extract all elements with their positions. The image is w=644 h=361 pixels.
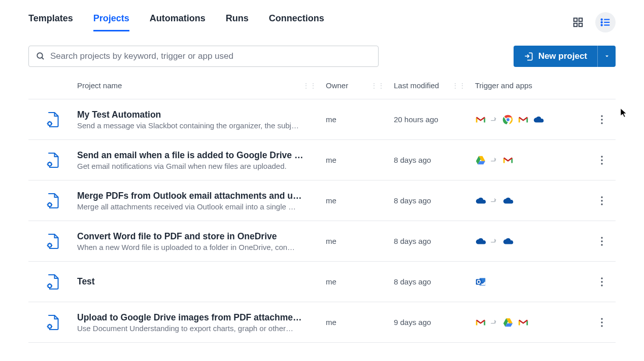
- row-more-button[interactable]: [587, 277, 617, 286]
- more-options-icon: [601, 115, 603, 124]
- drag-handle-icon[interactable]: ⋮⋮: [452, 82, 466, 89]
- svg-point-20: [601, 156, 602, 157]
- table-row: Testme8 days ago: [28, 262, 616, 302]
- arrow-separator-icon: [490, 237, 498, 245]
- more-options-icon: [601, 277, 603, 286]
- svg-rect-3: [579, 23, 582, 26]
- row-name-cell[interactable]: My Test AutomationSend a message via Sla…: [77, 110, 326, 130]
- row-title: Test: [77, 276, 320, 287]
- chrome-icon: [502, 114, 514, 125]
- row-name-cell[interactable]: Test: [77, 276, 326, 287]
- new-project-button[interactable]: New project: [514, 46, 597, 67]
- table-body: My Test AutomationSend a message via Sla…: [28, 99, 616, 343]
- arrow-separator-icon: [490, 156, 498, 164]
- row-icon-cell: [28, 233, 77, 249]
- new-project-split-button: New project: [514, 46, 616, 67]
- more-options-icon: [601, 196, 603, 205]
- gmail-icon: [518, 317, 529, 328]
- gmail-icon: [475, 114, 486, 125]
- row-more-button[interactable]: [587, 156, 617, 165]
- table-header: Project name ⋮⋮ Owner ⋮⋮ Last modified ⋮…: [28, 81, 616, 99]
- search-input-wrap[interactable]: [28, 46, 379, 67]
- svg-point-10: [37, 53, 43, 58]
- tab-automations[interactable]: Automations: [150, 13, 206, 31]
- row-title: Merge PDFs from Outlook email attachment…: [77, 191, 320, 201]
- drag-handle-icon[interactable]: ⋮⋮: [302, 82, 317, 89]
- tab-projects[interactable]: Projects: [93, 13, 129, 31]
- project-doc-icon: [46, 112, 60, 128]
- svg-point-36: [601, 277, 602, 279]
- row-description: Use Document Understanding to export cha…: [77, 324, 320, 333]
- drag-handle-icon[interactable]: ⋮⋮: [370, 82, 385, 89]
- svg-point-26: [601, 203, 602, 205]
- view-toggle-group: [568, 12, 616, 32]
- tab-runs[interactable]: Runs: [226, 13, 249, 31]
- svg-point-24: [601, 196, 602, 198]
- col-header-trigger[interactable]: Trigger and apps: [475, 81, 587, 90]
- row-icon-cell: [28, 152, 77, 168]
- svg-point-37: [601, 281, 602, 282]
- row-icon-cell: [28, 112, 77, 128]
- svg-rect-1: [579, 18, 582, 21]
- topbar: Templates Projects Automations Runs Conn…: [28, 0, 616, 37]
- project-doc-icon: [46, 233, 60, 249]
- svg-point-21: [601, 159, 602, 161]
- row-app-icons: [475, 236, 587, 247]
- row-app-icons: [475, 276, 587, 287]
- gdrive-icon: [502, 317, 514, 328]
- row-more-button[interactable]: [587, 237, 617, 246]
- row-name-cell[interactable]: Convert Word file to PDF and store in On…: [77, 231, 326, 251]
- col-header-modified-label: Last modified: [394, 81, 439, 90]
- table-row: Upload to Google Drive images from PDF a…: [28, 302, 616, 343]
- col-header-owner[interactable]: Owner ⋮⋮: [326, 81, 394, 90]
- gdrive-icon: [475, 155, 486, 166]
- project-doc-icon: [46, 314, 60, 331]
- new-project-dropdown[interactable]: [597, 46, 616, 67]
- onedrive-icon: [475, 236, 486, 247]
- gmail-icon: [518, 114, 529, 125]
- svg-point-16: [601, 115, 602, 117]
- new-project-label: New project: [538, 51, 587, 61]
- svg-point-25: [601, 200, 602, 201]
- row-description: Merge all attachments received via Outlo…: [77, 202, 320, 211]
- row-name-cell[interactable]: Merge PDFs from Outlook email attachment…: [77, 191, 326, 211]
- row-app-icons: [475, 114, 587, 125]
- svg-rect-2: [574, 23, 577, 26]
- svg-point-8: [601, 24, 602, 25]
- onedrive-icon: [502, 236, 514, 247]
- more-options-icon: [601, 318, 603, 327]
- row-name-cell[interactable]: Upload to Google Drive images from PDF a…: [77, 312, 326, 333]
- row-title: Upload to Google Drive images from PDF a…: [77, 312, 320, 323]
- row-description: Get email notifications via Gmail when n…: [77, 162, 320, 170]
- row-more-button[interactable]: [587, 115, 617, 124]
- row-modified: 9 days ago: [394, 318, 475, 327]
- svg-point-18: [601, 122, 602, 124]
- list-view-button[interactable]: [595, 12, 616, 32]
- row-more-button[interactable]: [587, 196, 617, 205]
- table-row: Convert Word file to PDF and store in On…: [28, 221, 616, 262]
- row-more-button[interactable]: [587, 318, 617, 327]
- row-owner: me: [326, 318, 394, 327]
- row-name-cell[interactable]: Send an email when a file is added to Go…: [77, 150, 326, 170]
- grid-view-button[interactable]: [568, 12, 588, 32]
- row-modified: 20 hours ago: [394, 115, 475, 124]
- col-header-name[interactable]: Project name ⋮⋮: [77, 81, 326, 90]
- tab-connections[interactable]: Connections: [269, 13, 324, 31]
- arrow-separator-icon: [490, 115, 498, 124]
- row-title: My Test Automation: [77, 110, 320, 120]
- project-doc-icon: [46, 152, 60, 168]
- new-project-icon: [524, 52, 533, 61]
- search-input[interactable]: [50, 51, 371, 61]
- col-header-owner-label: Owner: [326, 81, 348, 90]
- row-title: Send an email when a file is added to Go…: [77, 150, 320, 161]
- row-modified: 8 days ago: [394, 196, 475, 205]
- grid-icon: [572, 17, 584, 28]
- table-row: Send an email when a file is added to Go…: [28, 140, 616, 181]
- svg-point-4: [601, 19, 602, 20]
- svg-point-15: [506, 118, 510, 121]
- table-row: Merge PDFs from Outlook email attachment…: [28, 181, 616, 221]
- col-header-modified[interactable]: Last modified ⋮⋮: [394, 81, 475, 90]
- onedrive-icon: [475, 195, 486, 206]
- tab-templates[interactable]: Templates: [28, 13, 73, 31]
- row-icon-cell: [28, 314, 77, 331]
